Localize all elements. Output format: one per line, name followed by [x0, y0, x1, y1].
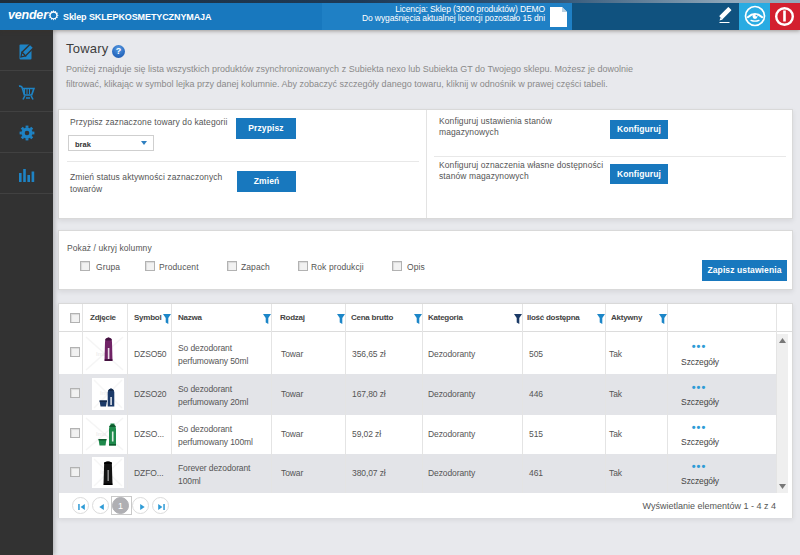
svg-text:Ima: Ima: [96, 431, 107, 437]
